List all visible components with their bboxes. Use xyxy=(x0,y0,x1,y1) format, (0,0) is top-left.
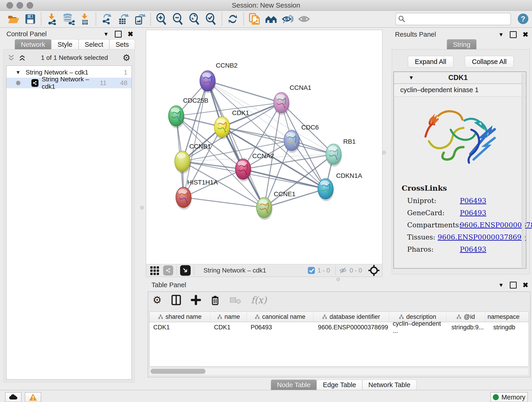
table-row[interactable]: CDK1CDK1P064939606.ENSP00000378699cyclin… xyxy=(150,322,529,332)
float-panel-icon[interactable] xyxy=(115,31,122,38)
expand-all-chevron-icon[interactable] xyxy=(19,54,26,61)
table-cell[interactable]: cyclin–dependent ... xyxy=(389,322,446,332)
collapse-all-button[interactable]: Collapse All xyxy=(465,56,514,68)
table-cell[interactable]: CDK1 xyxy=(150,322,210,332)
tab-network[interactable]: Network xyxy=(15,39,51,50)
import-network-file-button[interactable] xyxy=(44,12,60,26)
close-panel-icon[interactable]: ✖ xyxy=(523,31,528,38)
column-header-database-identifier[interactable]: database identifier xyxy=(313,312,389,322)
export-table-button[interactable] xyxy=(115,12,132,26)
tab-network-table[interactable]: Network Table xyxy=(362,380,417,390)
hide-selected-button[interactable] xyxy=(279,12,296,26)
hidden-eye-icon[interactable] xyxy=(339,267,347,274)
window-zoom-button[interactable] xyxy=(27,2,33,9)
column-header-shared-name[interactable]: shared name xyxy=(150,312,210,322)
zoom-in-button[interactable] xyxy=(153,12,170,26)
network-options-gear-icon[interactable]: ⚙ xyxy=(123,53,130,63)
collapse-all-chevron-icon[interactable] xyxy=(7,54,15,61)
table-cell[interactable]: 9606.ENSP00000378699 xyxy=(313,322,389,332)
window-close-button[interactable] xyxy=(6,2,13,9)
expand-all-button[interactable]: Expand All xyxy=(408,56,453,68)
table-options-gear-icon[interactable]: ⚙ xyxy=(152,294,162,306)
table-horizontal-scrollbar[interactable] xyxy=(149,368,529,375)
network-mode-icon[interactable] xyxy=(163,265,173,275)
fit-selected-crosshair-icon[interactable] xyxy=(368,264,380,276)
crosslink-link[interactable]: P06493 xyxy=(460,197,486,205)
collection-expand-icon[interactable]: ▼ xyxy=(16,70,21,75)
refresh-layout-button[interactable] xyxy=(225,12,241,26)
window-minimize-button[interactable] xyxy=(17,2,23,9)
splitter-handle-left[interactable] xyxy=(140,206,144,210)
network-node-cdkn1a[interactable]: CDKN1A xyxy=(318,172,362,201)
import-network-database-button[interactable] xyxy=(60,12,77,26)
export-network-button[interactable] xyxy=(99,12,115,26)
tab-select[interactable]: Select xyxy=(79,39,109,50)
create-column-plus-icon[interactable] xyxy=(191,295,201,305)
network-edge-ccnb2-rb1[interactable] xyxy=(208,81,334,154)
scrollbar-thumb[interactable] xyxy=(151,369,206,374)
warning-status-button[interactable] xyxy=(25,392,41,402)
network-edge-ccnb2-ccne1[interactable] xyxy=(208,81,264,208)
save-session-button[interactable] xyxy=(22,12,38,26)
memory-button[interactable]: Memory xyxy=(490,392,528,402)
tab-node-table[interactable]: Node Table xyxy=(271,380,317,390)
selected-checkbox-icon[interactable] xyxy=(307,267,315,274)
tab-style[interactable]: Style xyxy=(51,39,78,50)
help-button[interactable]: ? xyxy=(517,13,529,26)
network-edge-ccna2-cdkn1a[interactable] xyxy=(243,169,326,189)
table-cell[interactable]: P06493 xyxy=(247,322,313,332)
table-cell[interactable]: stringdb xyxy=(485,322,520,332)
network-view-canvas[interactable]: CCNB2CCNA1CDC25BCDK1CDC6RB1CCNB1CCNA2CDK… xyxy=(146,30,382,264)
panel-menu-icon[interactable]: ▼ xyxy=(498,282,504,288)
column-header-canonical-name[interactable]: canonical name xyxy=(247,312,313,322)
crosslink-link[interactable]: 9606.ENSP00000378699 xyxy=(460,221,532,229)
import-table-file-button[interactable] xyxy=(77,12,93,26)
close-panel-icon[interactable]: ✖ xyxy=(523,281,528,289)
delete-column-trash-icon[interactable] xyxy=(210,294,220,306)
tab-edge-table[interactable]: Edge Table xyxy=(317,380,362,390)
export-image-button[interactable] xyxy=(132,12,148,26)
first-neighbors-button[interactable] xyxy=(263,12,279,26)
splitter-handle-right[interactable] xyxy=(382,151,386,154)
network-node-ccne1[interactable]: CCNE1 xyxy=(256,191,296,220)
table-cell[interactable]: stringdb:9... xyxy=(446,322,485,332)
tab-string[interactable]: String xyxy=(447,39,476,50)
crosslink-link[interactable]: P06493 xyxy=(460,209,486,217)
network-edge-ccnb2-ccna1[interactable] xyxy=(208,81,281,103)
results-scrollbar[interactable] xyxy=(522,73,525,267)
entry-collapse-icon[interactable]: ▼ xyxy=(409,75,414,81)
duplicate-network-button[interactable] xyxy=(246,12,263,26)
column-header--id[interactable]: @id xyxy=(446,312,485,322)
protein-structure-image[interactable] xyxy=(416,102,503,178)
zoom-fit-button[interactable] xyxy=(186,12,203,26)
panel-menu-icon[interactable]: ▼ xyxy=(498,32,504,38)
cloud-icon xyxy=(9,394,18,400)
search-input[interactable] xyxy=(408,15,510,23)
tab-sets[interactable]: Sets xyxy=(109,39,135,50)
crosslink-link[interactable]: 9606.ENSP00000378699 xyxy=(438,233,526,241)
node-label-cdk1: CDK1 xyxy=(232,109,249,116)
show-columns-icon[interactable] xyxy=(171,294,181,306)
close-panel-icon[interactable]: ✖ xyxy=(128,30,133,38)
network-node-ccna1[interactable]: CCNA1 xyxy=(273,84,311,115)
grid-mode-icon[interactable] xyxy=(150,265,160,275)
node-table: shared namenamecanonical namedatabase id… xyxy=(149,312,529,366)
float-panel-icon[interactable] xyxy=(510,282,517,288)
cloud-status-button[interactable] xyxy=(5,392,22,402)
open-session-button[interactable] xyxy=(6,12,22,26)
network-node-rb1[interactable]: RB1 xyxy=(326,138,355,167)
column-header-name[interactable]: name xyxy=(210,312,247,322)
zoom-selected-button[interactable] xyxy=(203,12,219,26)
column-header-namespace[interactable]: namespace xyxy=(485,312,520,322)
network-row[interactable]: String Network – cdk1 11 48 xyxy=(6,78,132,88)
panel-menu-icon[interactable]: ▼ xyxy=(103,31,109,37)
zoom-out-button[interactable] xyxy=(170,12,186,26)
birds-eye-view-icon[interactable] xyxy=(180,265,191,276)
float-panel-icon[interactable] xyxy=(510,31,517,38)
show-all-button[interactable] xyxy=(296,12,312,26)
table-cell[interactable]: CDK1 xyxy=(210,322,247,332)
crosslink-link[interactable]: P06493 xyxy=(460,245,486,253)
network-edge-hist1h1a-ccne1[interactable] xyxy=(184,197,264,208)
entry-description: cyclin–dependent kinase 1 xyxy=(394,84,526,97)
network-edge-ccnb1-ccna2[interactable] xyxy=(182,161,243,169)
